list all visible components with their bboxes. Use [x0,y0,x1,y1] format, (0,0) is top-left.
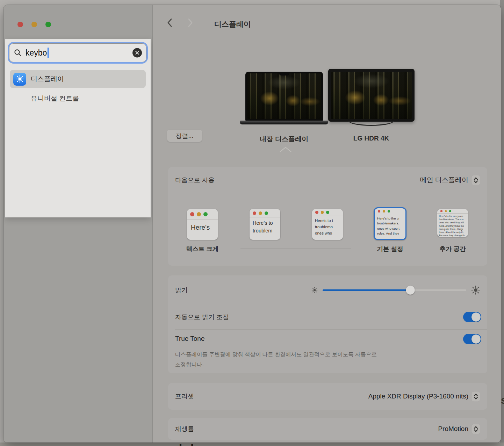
row-separator [175,193,487,193]
clear-search-button[interactable] [132,48,142,58]
use-as-label: 다음으로 사용 [175,176,215,184]
selected-display-pointer [280,147,291,152]
zoom-button[interactable] [45,22,51,27]
scaling-preview-text: Here's to the crazy one troublemakers. T… [437,214,468,237]
screenshot-root: s ssh-keygen keybo [0,0,504,446]
refresh-rate-label: 재생률 [175,425,194,433]
sidebar: keybo [3,5,153,443]
scaling-option-default-selected[interactable]: Here's to the cr troublemakers. ones who… [374,207,406,240]
scaling-option-larger-text[interactable]: Here's [187,209,218,240]
text-cursor [48,48,49,58]
brightness-settings-group: 밝기 [168,275,487,373]
wallpaper-forest-image [247,73,321,119]
display-settings-icon [13,73,26,86]
preset-dropdown[interactable]: Apple XDR Display (P3-1600 nits) [368,391,480,402]
preset-label: 프리셋 [175,392,194,401]
refresh-rate-row: 재생률 ProMotion [168,418,487,440]
main-content: 디스플레이 내장 디스플레이 LG HDR 4K 정렬... 다음으로 사용 [153,5,501,443]
page-title: 디스플레이 [214,19,251,29]
mini-window-titlebar [375,208,405,214]
system-settings-window: keybo [3,5,501,443]
close-icon [135,51,139,55]
external-display-label: LG HDR 4K [319,135,424,142]
chevron-up-down-icon [471,391,480,402]
scaling-option-more-space[interactable]: Here's to the crazy one troublemakers. T… [437,209,468,237]
scaling-label-default: 기본 설정 [362,245,418,253]
scaling-preview-text: Here's [187,220,218,231]
scaling-options-connector-line [240,248,351,249]
true-tone-toggle[interactable] [463,334,481,344]
scaling-label-more-space: 추가 공간 [425,245,481,253]
minimize-button[interactable] [31,22,37,27]
section-separator [153,152,501,152]
brightness-slider[interactable] [323,286,466,295]
laptop-base [240,121,328,124]
scaling-option-3[interactable]: Here's to t troublema ones who [312,209,343,240]
background-right-text: s [501,394,504,406]
use-as-value: 메인 디스플레이 [420,175,468,185]
auto-brightness-label: 자동으로 밝기 조절 [175,313,229,321]
search-icon [14,49,22,57]
auto-brightness-row: 자동으로 밝기 조절 [168,305,487,329]
toggle-knob [471,312,481,322]
search-results-panel: keybo [5,39,151,217]
search-result-label: 유니버설 컨트롤 [31,94,79,103]
preset-value: Apple XDR Display (P3-1600 nits) [368,393,468,400]
brightness-fill [323,289,410,291]
search-result-universal-control[interactable]: 유니버설 컨트롤 [10,91,146,106]
chevron-up-down-icon [471,175,480,185]
laptop-notch [279,73,289,75]
close-button[interactable] [17,22,23,27]
refresh-rate-dropdown[interactable]: ProMotion [438,424,480,434]
mini-window-titlebar [250,209,280,217]
refresh-rate-value: ProMotion [438,425,468,433]
scaling-preview-text: Here's to troublem [250,217,280,235]
preset-group: 프리셋 Apple XDR Display (P3-1600 nits) [168,383,487,410]
search-result-displays[interactable]: 디스플레이 [10,70,146,88]
search-query-text: keybo [26,48,47,58]
search-focus-ring: keybo [8,42,148,64]
traffic-lights [17,22,51,27]
toggle-knob [471,334,481,344]
scaling-option-2[interactable]: Here's to troublem [250,209,280,240]
external-display-preview[interactable] [328,69,415,122]
back-icon[interactable] [167,18,172,27]
brightness-slider-wrap [311,275,480,305]
background-bottom-edge: ssh-keygen [0,443,504,446]
true-tone-label: True Tone [175,335,205,343]
chevron-up-down-icon [471,424,480,434]
scaling-preview-text: Here's to t troublema ones who [312,216,343,236]
arrange-button[interactable]: 정렬... [167,130,202,142]
use-as-dropdown[interactable]: 메인 디스플레이 [420,175,480,185]
use-as-row: 다음으로 사용 메인 디스플레이 [168,167,487,193]
brightness-label: 밝기 [175,286,188,294]
brightness-low-icon [311,287,318,293]
auto-brightness-toggle[interactable] [463,312,481,322]
row-separator [175,329,487,330]
preset-row: 프리셋 Apple XDR Display (P3-1600 nits) [168,383,487,410]
wallpaper-forest-image [331,72,412,119]
forward-icon[interactable] [188,18,193,27]
scaling-preview-text: Here's to the cr troublemakers. ones who… [375,214,405,236]
mini-window-titlebar [312,209,343,216]
brightness-thumb[interactable] [406,286,415,295]
brightness-sun-icon [15,74,24,84]
builtin-display-preview[interactable] [245,72,323,121]
search-input[interactable]: keybo [9,43,146,62]
background-terminal-text: ssh-keygen [165,443,232,446]
mini-window-titlebar [187,209,218,220]
monitor-stand [348,121,394,126]
scaling-label-larger-text: 텍스트 크게 [174,245,230,253]
brightness-high-icon [471,286,480,295]
true-tone-description: 디스플레이를 주변광에 맞춰 색상이 다른 환경에서도 일관적으로 보이도록 자… [175,350,434,369]
search-result-label: 디스플레이 [31,74,64,84]
display-settings-group: 다음으로 사용 메인 디스플레이 Here's [168,167,487,266]
mini-window-titlebar [437,209,468,214]
refresh-rate-group: 재생률 ProMotion [168,418,487,440]
nav-controls [167,18,193,27]
